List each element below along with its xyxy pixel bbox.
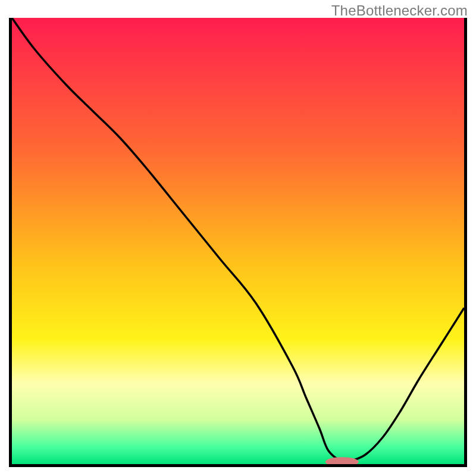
- watermark-text: TheBottlenecker.com: [331, 2, 468, 19]
- chart-container: TheBottlenecker.com: [0, 0, 476, 476]
- chart-svg: [12, 18, 464, 464]
- gradient-background: [12, 18, 464, 464]
